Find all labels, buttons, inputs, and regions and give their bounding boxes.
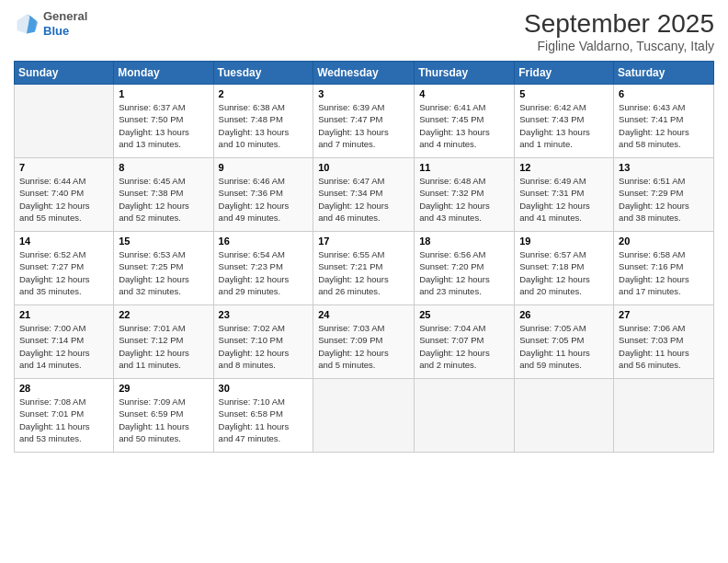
calendar-cell: 16Sunrise: 6:54 AM Sunset: 7:23 PM Dayli… [213, 232, 313, 305]
calendar-cell: 5Sunrise: 6:42 AM Sunset: 7:43 PM Daylig… [515, 85, 614, 158]
calendar-cell: 17Sunrise: 6:55 AM Sunset: 7:21 PM Dayli… [313, 232, 415, 305]
col-friday: Friday [515, 62, 614, 85]
col-tuesday: Tuesday [213, 62, 313, 85]
calendar-week-4: 21Sunrise: 7:00 AM Sunset: 7:14 PM Dayli… [15, 305, 714, 379]
calendar-cell: 1Sunrise: 6:37 AM Sunset: 7:50 PM Daylig… [114, 85, 213, 158]
day-info: Sunrise: 6:58 AM Sunset: 7:16 PM Dayligh… [619, 248, 709, 297]
calendar-cell: 9Sunrise: 6:46 AM Sunset: 7:36 PM Daylig… [213, 158, 313, 232]
col-sunday: Sunday [15, 62, 114, 85]
day-number: 12 [519, 162, 609, 173]
calendar-cell: 20Sunrise: 6:58 AM Sunset: 7:16 PM Dayli… [614, 232, 714, 305]
day-info: Sunrise: 7:03 AM Sunset: 7:09 PM Dayligh… [318, 322, 409, 371]
day-number: 20 [619, 236, 709, 247]
day-number: 26 [519, 309, 609, 320]
day-number: 6 [619, 88, 709, 99]
calendar-week-2: 7Sunrise: 6:44 AM Sunset: 7:40 PM Daylig… [15, 158, 714, 232]
day-number: 14 [19, 236, 108, 247]
day-info: Sunrise: 6:46 AM Sunset: 7:36 PM Dayligh… [219, 175, 309, 224]
calendar-cell: 18Sunrise: 6:56 AM Sunset: 7:20 PM Dayli… [415, 232, 515, 305]
calendar-cell: 21Sunrise: 7:00 AM Sunset: 7:14 PM Dayli… [15, 305, 114, 379]
calendar-cell [15, 85, 114, 158]
day-info: Sunrise: 6:47 AM Sunset: 7:34 PM Dayligh… [318, 175, 409, 224]
day-number: 22 [119, 309, 208, 320]
day-number: 13 [619, 162, 709, 173]
day-number: 21 [19, 309, 108, 320]
title-block: September 2025 Figline Valdarno, Tuscany… [524, 9, 714, 53]
day-info: Sunrise: 6:51 AM Sunset: 7:29 PM Dayligh… [619, 175, 709, 224]
day-number: 5 [519, 88, 609, 99]
day-info: Sunrise: 6:39 AM Sunset: 7:47 PM Dayligh… [318, 101, 409, 150]
calendar-cell: 25Sunrise: 7:04 AM Sunset: 7:07 PM Dayli… [415, 305, 515, 379]
col-wednesday: Wednesday [313, 62, 415, 85]
calendar-cell: 26Sunrise: 7:05 AM Sunset: 7:05 PM Dayli… [515, 305, 614, 379]
calendar-cell: 23Sunrise: 7:02 AM Sunset: 7:10 PM Dayli… [213, 305, 313, 379]
day-info: Sunrise: 6:37 AM Sunset: 7:50 PM Dayligh… [119, 101, 208, 150]
calendar-cell: 7Sunrise: 6:44 AM Sunset: 7:40 PM Daylig… [15, 158, 114, 232]
day-info: Sunrise: 6:53 AM Sunset: 7:25 PM Dayligh… [119, 248, 208, 297]
day-number: 17 [318, 236, 409, 247]
day-number: 15 [119, 236, 208, 247]
logo-blue: Blue [43, 24, 87, 39]
day-info: Sunrise: 6:52 AM Sunset: 7:27 PM Dayligh… [19, 248, 108, 297]
calendar-page: General Blue September 2025 Figline Vald… [0, 0, 728, 563]
calendar-cell: 30Sunrise: 7:10 AM Sunset: 6:58 PM Dayli… [213, 379, 313, 453]
calendar-cell: 14Sunrise: 6:52 AM Sunset: 7:27 PM Dayli… [15, 232, 114, 305]
day-number: 7 [19, 162, 108, 173]
logo-text: General Blue [43, 9, 87, 38]
calendar-table: Sunday Monday Tuesday Wednesday Thursday… [14, 61, 714, 453]
day-info: Sunrise: 6:43 AM Sunset: 7:41 PM Dayligh… [619, 101, 709, 150]
day-number: 30 [219, 383, 309, 394]
day-info: Sunrise: 6:45 AM Sunset: 7:38 PM Dayligh… [119, 175, 208, 224]
day-number: 27 [619, 309, 709, 320]
calendar-week-1: 1Sunrise: 6:37 AM Sunset: 7:50 PM Daylig… [15, 85, 714, 158]
calendar-cell [313, 379, 415, 453]
calendar-cell: 22Sunrise: 7:01 AM Sunset: 7:12 PM Dayli… [114, 305, 213, 379]
day-info: Sunrise: 6:44 AM Sunset: 7:40 PM Dayligh… [19, 175, 108, 224]
calendar-cell: 2Sunrise: 6:38 AM Sunset: 7:48 PM Daylig… [213, 85, 313, 158]
day-number: 10 [318, 162, 409, 173]
month-title: September 2025 [524, 9, 714, 39]
day-info: Sunrise: 6:41 AM Sunset: 7:45 PM Dayligh… [419, 101, 509, 150]
page-header: General Blue September 2025 Figline Vald… [14, 9, 714, 53]
calendar-cell: 28Sunrise: 7:08 AM Sunset: 7:01 PM Dayli… [15, 379, 114, 453]
calendar-cell: 6Sunrise: 6:43 AM Sunset: 7:41 PM Daylig… [614, 85, 714, 158]
day-info: Sunrise: 7:02 AM Sunset: 7:10 PM Dayligh… [219, 322, 309, 371]
calendar-week-3: 14Sunrise: 6:52 AM Sunset: 7:27 PM Dayli… [15, 232, 714, 305]
col-saturday: Saturday [614, 62, 714, 85]
day-number: 29 [119, 383, 208, 394]
location-subtitle: Figline Valdarno, Tuscany, Italy [524, 39, 714, 53]
calendar-cell: 4Sunrise: 6:41 AM Sunset: 7:45 PM Daylig… [415, 85, 515, 158]
calendar-cell [515, 379, 614, 453]
day-number: 24 [318, 309, 409, 320]
day-number: 25 [419, 309, 509, 320]
calendar-cell: 10Sunrise: 6:47 AM Sunset: 7:34 PM Dayli… [313, 158, 415, 232]
day-info: Sunrise: 7:08 AM Sunset: 7:01 PM Dayligh… [19, 396, 108, 444]
day-number: 8 [119, 162, 208, 173]
day-number: 23 [219, 309, 309, 320]
day-info: Sunrise: 7:05 AM Sunset: 7:05 PM Dayligh… [519, 322, 609, 371]
day-number: 18 [419, 236, 509, 247]
calendar-cell [614, 379, 714, 453]
calendar-cell: 24Sunrise: 7:03 AM Sunset: 7:09 PM Dayli… [313, 305, 415, 379]
day-number: 1 [119, 88, 208, 99]
day-info: Sunrise: 6:42 AM Sunset: 7:43 PM Dayligh… [519, 101, 609, 150]
day-number: 3 [318, 88, 409, 99]
calendar-cell: 27Sunrise: 7:06 AM Sunset: 7:03 PM Dayli… [614, 305, 714, 379]
day-number: 11 [419, 162, 509, 173]
day-info: Sunrise: 7:10 AM Sunset: 6:58 PM Dayligh… [219, 396, 309, 444]
day-info: Sunrise: 6:49 AM Sunset: 7:31 PM Dayligh… [519, 175, 609, 224]
calendar-week-5: 28Sunrise: 7:08 AM Sunset: 7:01 PM Dayli… [15, 379, 714, 453]
day-info: Sunrise: 7:01 AM Sunset: 7:12 PM Dayligh… [119, 322, 208, 371]
calendar-cell: 13Sunrise: 6:51 AM Sunset: 7:29 PM Dayli… [614, 158, 714, 232]
day-number: 19 [519, 236, 609, 247]
calendar-cell: 19Sunrise: 6:57 AM Sunset: 7:18 PM Dayli… [515, 232, 614, 305]
day-info: Sunrise: 6:38 AM Sunset: 7:48 PM Dayligh… [219, 101, 309, 150]
day-number: 28 [19, 383, 108, 394]
day-info: Sunrise: 7:04 AM Sunset: 7:07 PM Dayligh… [419, 322, 509, 371]
col-thursday: Thursday [415, 62, 515, 85]
day-number: 4 [419, 88, 509, 99]
day-info: Sunrise: 6:56 AM Sunset: 7:20 PM Dayligh… [419, 248, 509, 297]
day-info: Sunrise: 6:54 AM Sunset: 7:23 PM Dayligh… [219, 248, 309, 297]
day-info: Sunrise: 6:48 AM Sunset: 7:32 PM Dayligh… [419, 175, 509, 224]
logo: General Blue [14, 9, 87, 38]
